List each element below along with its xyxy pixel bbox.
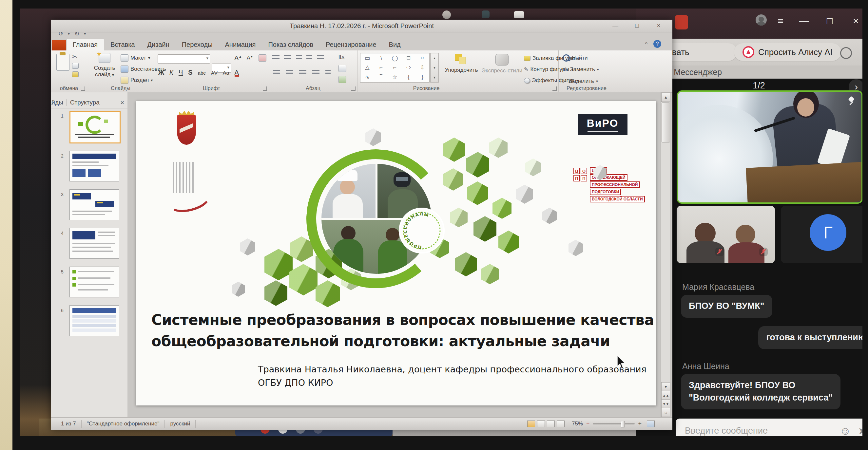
shape-icon[interactable]: △ (365, 64, 369, 71)
close-pane-icon[interactable]: × (120, 99, 124, 106)
shape-icon[interactable]: ○ (421, 55, 424, 61)
scroll-up-icon[interactable]: ▲ (661, 93, 671, 102)
slide[interactable]: ВиРО Ц О П П ЦЕНТР ОПЕРЕЖАЮЩЕЙ (136, 101, 656, 406)
chat-message[interactable]: Здравствуйте! БПОУ ВО "Вологодский колле… (681, 374, 840, 409)
align-text-icon[interactable] (339, 65, 346, 72)
theme-name[interactable]: "Стандартное оформление" (82, 420, 165, 428)
emoji-icon[interactable]: ☺ (839, 424, 851, 437)
chat-input[interactable] (676, 426, 839, 436)
drawing-dialog-launcher[interactable] (553, 87, 557, 91)
slide-thumbnail[interactable] (69, 151, 119, 182)
slide-thumbnail[interactable] (69, 189, 119, 220)
shape-icon[interactable]: ☆ (392, 74, 397, 81)
align-right-icon[interactable] (299, 70, 306, 75)
tab-slides[interactable]: Слайды (51, 99, 66, 106)
undo-dropdown-icon[interactable]: ▾ (68, 31, 70, 36)
grow-font-icon[interactable]: А▲ (234, 54, 242, 62)
align-center-icon[interactable] (286, 70, 293, 75)
strikethrough-icon[interactable]: abc (198, 70, 206, 76)
paragraph-dialog-launcher[interactable] (351, 87, 355, 91)
slide-sorter-view-icon[interactable] (537, 420, 545, 427)
font-name-combo[interactable] (158, 54, 210, 64)
chat-message-outgoing[interactable]: готова к выступлению (758, 326, 862, 349)
shape-icon[interactable]: ⇨ (406, 64, 411, 71)
undo-icon[interactable]: ↺ (58, 30, 63, 37)
quick-styles-button[interactable]: Экспресс-стили (481, 54, 523, 74)
shape-icon[interactable]: \ (380, 55, 382, 61)
numbering-icon[interactable] (284, 55, 291, 60)
slide-thumbnail[interactable] (69, 266, 119, 297)
slide-scrollbar[interactable]: ▲ ▼ ▲▲ ▼▼ □ (660, 92, 671, 417)
chat-message[interactable]: БПОУ ВО "ВУМК" (681, 295, 772, 318)
shape-icon[interactable]: { (408, 74, 410, 81)
italic-icon[interactable]: К (169, 69, 173, 76)
ppt-maximize-button[interactable]: □ (629, 21, 645, 30)
normal-view-icon[interactable] (527, 420, 535, 427)
tab-design[interactable]: Дизайн (141, 39, 175, 51)
desktop-icon[interactable] (442, 10, 451, 19)
tab-review[interactable]: Рецензирование (319, 39, 382, 51)
shape-icon[interactable]: } (422, 74, 423, 81)
arrange-button[interactable]: Упорядочить (443, 54, 479, 73)
zoom-slider[interactable] (593, 423, 635, 424)
slide-thumbnail[interactable] (69, 111, 121, 143)
find-button[interactable]: Найти (563, 54, 588, 62)
shapes-gallery[interactable]: ▭\◯□○ △⌐⌐⇨⇩ ∿⌒☆{} (360, 53, 430, 83)
clipboard-dialog-launcher[interactable] (81, 87, 85, 91)
shape-icon[interactable]: □ (407, 55, 410, 61)
ppt-close-button[interactable]: × (651, 21, 666, 30)
replace-button[interactable]: abЗаменить▾ (563, 66, 599, 73)
reading-view-icon[interactable] (547, 420, 555, 427)
shape-icon[interactable]: ∿ (365, 74, 370, 81)
cut-icon[interactable]: ✂ (72, 54, 77, 60)
increase-indent-icon[interactable] (306, 55, 312, 60)
participant-initial-tile[interactable]: Г (781, 206, 862, 263)
new-slide-button[interactable]: Создатьслайд ▾ (90, 53, 119, 78)
maximize-button[interactable]: □ (823, 14, 837, 28)
shape-icon[interactable]: ⌒ (378, 73, 384, 81)
section-button[interactable]: Раздел▾ (121, 77, 153, 84)
font-dialog-launcher[interactable] (263, 87, 267, 91)
align-left-icon[interactable] (273, 70, 280, 75)
language-indicator[interactable]: русский (165, 420, 196, 428)
tab-animations[interactable]: Анимация (219, 39, 262, 51)
close-button[interactable]: × (849, 14, 862, 28)
slide-title[interactable]: Системные преобразования в вопросах повы… (151, 309, 654, 352)
convert-smartart-icon[interactable] (339, 76, 346, 83)
bold-icon[interactable]: Ж (158, 69, 164, 76)
tab-slideshow[interactable]: Показ слайдов (262, 39, 319, 51)
slide-subtitle[interactable]: Травкина Наталья Николаевна, доцент кафе… (258, 363, 647, 389)
qat-customize-icon[interactable]: ▾ (84, 31, 86, 36)
red-app-icon[interactable] (675, 15, 688, 30)
ppt-minimize-button[interactable]: — (608, 21, 623, 30)
desktop-icon[interactable] (482, 10, 490, 18)
underline-icon[interactable]: Ч (179, 69, 183, 76)
send-icon[interactable]: ➤ (858, 425, 862, 437)
ask-alice-button[interactable]: Спросить Алису AI (734, 43, 841, 61)
pin-icon[interactable] (846, 96, 856, 106)
tab-home[interactable]: Главная (66, 39, 104, 51)
tab-file[interactable] (52, 40, 66, 51)
desktop-icon[interactable] (514, 11, 524, 18)
zoom-in-icon[interactable]: + (638, 420, 642, 427)
browse-slides-button[interactable]: □ (661, 408, 671, 417)
zoom-out-icon[interactable]: − (586, 420, 590, 427)
scrollbar-thumb[interactable] (661, 102, 670, 142)
reactions-icon[interactable] (840, 47, 852, 59)
bullets-icon[interactable] (272, 55, 279, 60)
copy-icon[interactable] (72, 63, 79, 69)
character-spacing-icon[interactable]: АV (211, 70, 218, 76)
redo-icon[interactable]: ↻ (74, 30, 79, 37)
scroll-down-icon[interactable]: ▼ (661, 382, 671, 391)
shadow-icon[interactable]: S (188, 69, 192, 76)
decrease-indent-icon[interactable] (296, 55, 302, 60)
shape-icon[interactable]: ⇩ (420, 64, 425, 71)
layout-button[interactable]: Макет▾ (121, 54, 150, 62)
account-avatar-icon[interactable] (755, 14, 767, 26)
next-slide-button[interactable]: ▼▼ (661, 399, 671, 409)
shapes-scroll[interactable]: ▲▼▼ (430, 53, 439, 83)
minimize-button[interactable]: — (797, 14, 811, 28)
help-icon[interactable]: ? (653, 40, 661, 48)
speaker-video-tile[interactable] (677, 90, 862, 204)
tab-transitions[interactable]: Переходы (176, 39, 219, 51)
